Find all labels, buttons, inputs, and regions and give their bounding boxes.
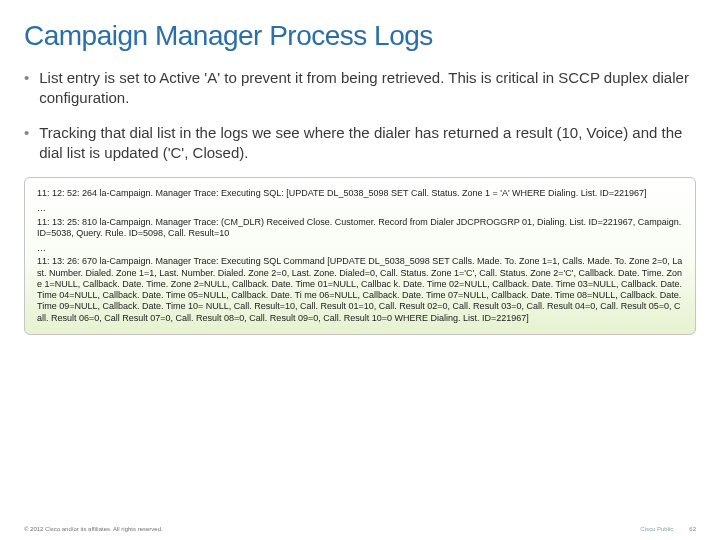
bullet-text: Tracking that dial list in the logs we s… (39, 123, 696, 164)
bullet-text: List entry is set to Active 'A' to preve… (39, 68, 696, 109)
slide-title: Campaign Manager Process Logs (24, 20, 696, 52)
bullet-marker: • (24, 123, 29, 164)
classification-text: Cisco Public (640, 526, 673, 532)
log-output-box: 11: 12: 52: 264 la-Campaign. Manager Tra… (24, 177, 696, 335)
log-separator: … (37, 243, 683, 254)
footer-right: Cisco Public 62 (640, 526, 696, 532)
log-line: 11: 12: 52: 264 la-Campaign. Manager Tra… (37, 188, 683, 199)
bullet-marker: • (24, 68, 29, 109)
bullet-item: • List entry is set to Active 'A' to pre… (24, 68, 696, 109)
bullet-item: • Tracking that dial list in the logs we… (24, 123, 696, 164)
bullet-list: • List entry is set to Active 'A' to pre… (24, 68, 696, 163)
slide-footer: © 2012 Cisco and/or its affiliates. All … (0, 518, 720, 540)
log-line: 11: 13: 25: 810 la-Campaign. Manager Tra… (37, 217, 683, 240)
copyright-text: © 2012 Cisco and/or its affiliates. All … (24, 526, 163, 532)
log-line: 11: 13: 26: 670 la-Campaign. Manager Tra… (37, 256, 683, 324)
page-number: 62 (689, 526, 696, 532)
slide-container: Campaign Manager Process Logs • List ent… (0, 0, 720, 540)
log-separator: … (37, 203, 683, 214)
